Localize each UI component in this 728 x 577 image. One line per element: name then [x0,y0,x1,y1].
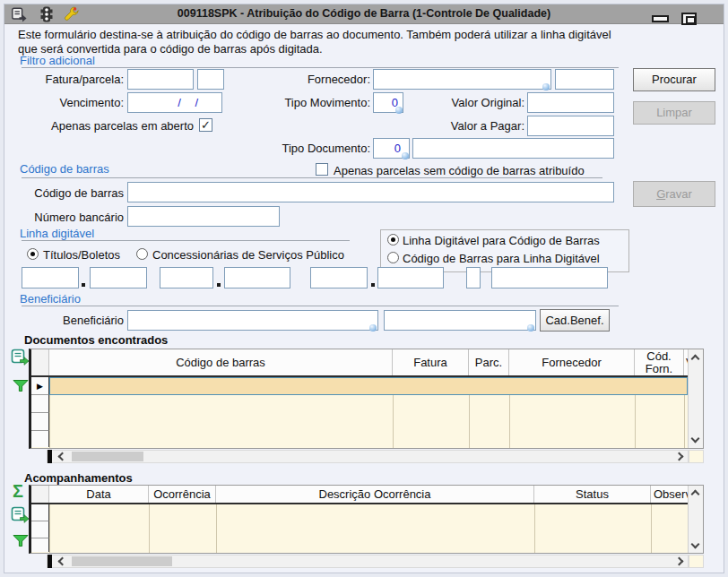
filter-funnel-icon[interactable] [13,534,29,550]
scroll-left-icon[interactable] [58,452,67,461]
beneficiario-label: Beneficiário [18,314,124,327]
ld-para-cb-label: Linha Digitável para Código de Barras [403,234,600,247]
acompanhamentos-grid: Data Ocorrência Descrição Ocorrência Sta… [29,485,704,554]
export-records-icon[interactable] [11,506,30,527]
lookup-hint-icon [402,152,409,159]
titulos-boletos-radio[interactable] [27,248,39,260]
parcela-input[interactable] [197,69,224,90]
tipo-documento-descricao-input[interactable] [412,138,614,159]
limpar-button[interactable]: Limpar [633,101,715,125]
section-beneficiario: Beneficiário [20,292,81,306]
column-header-parc[interactable]: Parc. [469,349,509,375]
ld-para-cb-radio[interactable] [387,234,399,245]
divider [22,177,602,178]
linha-segment-6-input[interactable] [377,267,444,288]
valor-original-input[interactable] [527,92,614,113]
numero-bancario-input[interactable] [127,206,280,227]
segment-separator-dot [371,283,375,287]
fornecedor-codigo-input[interactable] [555,69,614,90]
documentos-horizontal-scrollbar[interactable] [47,450,689,463]
documentos-grid: Código de barras Fatura Parc. Fornecedor… [29,349,704,449]
acompanhamentos-horizontal-scrollbar[interactable] [47,555,689,568]
column-header-codigo-de-barras[interactable]: Código de barras [49,349,393,375]
beneficiario-input[interactable] [127,310,378,331]
codigo-de-barras-input[interactable] [127,182,614,202]
apenas-em-aberto-checkbox[interactable]: ✓ [199,118,212,132]
export-records-icon[interactable] [11,349,30,369]
row-selector-header [31,349,49,375]
concessionarias-radio[interactable] [136,248,148,260]
sem-codigo-checkbox[interactable] [316,163,328,176]
acompanhamentos-vertical-scrollbar[interactable] [688,486,703,553]
fornecedor-input[interactable] [373,69,551,90]
traffic-light-icon[interactable] [39,6,55,22]
scrollbar-thumb[interactable] [72,556,172,566]
tipo-movimento-label: Tipo Movimento: [281,96,370,109]
row-selector-cell[interactable] [31,431,49,447]
selected-grid-row[interactable] [49,377,688,395]
column-header-fornecedor[interactable]: Fornecedor [509,349,635,375]
scroll-left-icon[interactable] [58,557,67,566]
splitter-handle[interactable] [48,555,52,568]
segment-separator-dot [82,283,85,287]
column-header-data[interactable]: Data [49,486,149,503]
lookup-hint-icon [542,83,550,90]
codigo-de-barras-label: Código de barras [18,186,124,200]
divider [22,67,619,68]
vencimento-label: Vencimento: [18,96,124,109]
documentos-vertical-scrollbar[interactable] [688,349,703,448]
application-window: 009118SPK - Atribuição do Código de Barr… [0,0,728,577]
section-linha-digitavel: Linha digitável [20,227,94,240]
row-selector-cell[interactable] [31,413,49,431]
row-selector-cell[interactable] [31,521,49,538]
scroll-right-icon[interactable] [675,557,684,566]
minimize-button[interactable] [652,15,669,22]
row-selector-cell[interactable] [31,538,49,552]
scroll-right-icon[interactable] [675,452,684,461]
procurar-button[interactable]: Procurar [633,68,715,91]
row-selector-cell[interactable] [31,504,49,521]
current-row-selector-cell[interactable]: ▶ [31,377,49,395]
valor-a-pagar-input[interactable] [527,116,614,136]
linha-segment-7-input[interactable] [491,267,608,288]
scrollbar-corner [689,555,704,568]
vencimento-input[interactable] [127,92,222,113]
row-selector-cell[interactable] [31,395,49,413]
cb-para-ld-radio[interactable] [387,252,399,263]
scroll-up-icon[interactable] [691,490,700,499]
column-header-observacao[interactable]: Observ [651,486,688,503]
lookup-hint-icon [369,324,377,332]
column-separator [216,504,217,553]
column-header-ocorrencia[interactable]: Ocorrência [149,486,216,503]
column-header-descricao-ocorrencia[interactable]: Descrição Ocorrência [216,486,534,503]
scroll-up-icon[interactable] [691,355,700,364]
fornecedor-label: Fornecedor: [281,73,370,86]
linha-segment-3-input[interactable] [160,267,213,288]
linha-segment-1-input[interactable] [22,267,79,288]
filter-funnel-icon[interactable] [13,379,29,395]
linha-segment-4-input[interactable] [224,267,290,288]
column-header-cod-forn[interactable]: Cód. Forn. [635,349,684,375]
beneficiario-nome-input[interactable] [384,310,536,331]
maximize-button[interactable] [681,13,697,25]
cad-benef-button[interactable]: Cad.Benef. [540,309,610,332]
titlebar: 009118SPK - Atribuição do Código de Barr… [4,4,724,24]
fatura-input[interactable] [127,69,194,90]
column-separator [651,504,652,553]
sum-sigma-icon[interactable]: Σ [13,482,23,500]
column-header-fatura[interactable]: Fatura [393,349,469,375]
splitter-handle[interactable] [48,450,52,463]
linha-segment-5-input[interactable] [310,267,368,288]
gravar-button[interactable]: Gravar [633,181,715,207]
linha-segment-2-input[interactable] [90,267,147,288]
scroll-down-icon[interactable] [691,435,700,444]
scroll-down-icon[interactable] [691,540,700,549]
wrench-icon[interactable] [64,6,80,22]
segment-separator-dot [217,283,221,287]
column-header-status[interactable]: Status [534,486,651,503]
linha-dv-input[interactable] [466,267,481,288]
form-description-line1: Este formulário destina-se à atribuição … [18,28,611,41]
acompanhamentos-title: Acompanhamentos [24,471,133,485]
scrollbar-thumb[interactable] [72,452,143,461]
exit-form-icon[interactable] [11,6,27,22]
